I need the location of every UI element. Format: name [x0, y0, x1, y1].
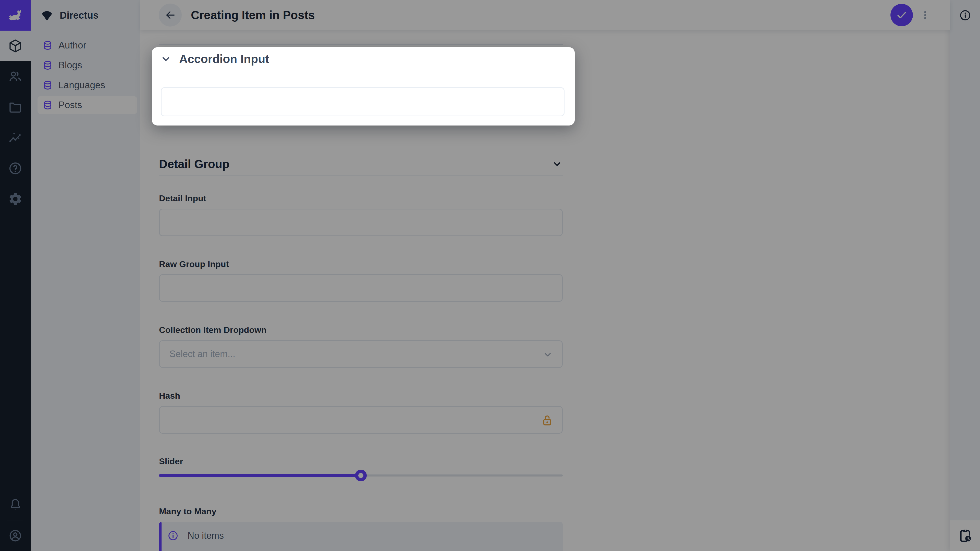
- directus-app: Directus Author Blogs Languages: [0, 0, 980, 551]
- accordion-input-field[interactable]: [161, 87, 565, 116]
- accordion-title: Accordion Input: [179, 52, 269, 66]
- chevron-down-icon: [160, 53, 172, 65]
- accordion-spotlight-card: Accordion Input: [152, 47, 575, 125]
- accordion-header[interactable]: Accordion Input: [152, 47, 575, 66]
